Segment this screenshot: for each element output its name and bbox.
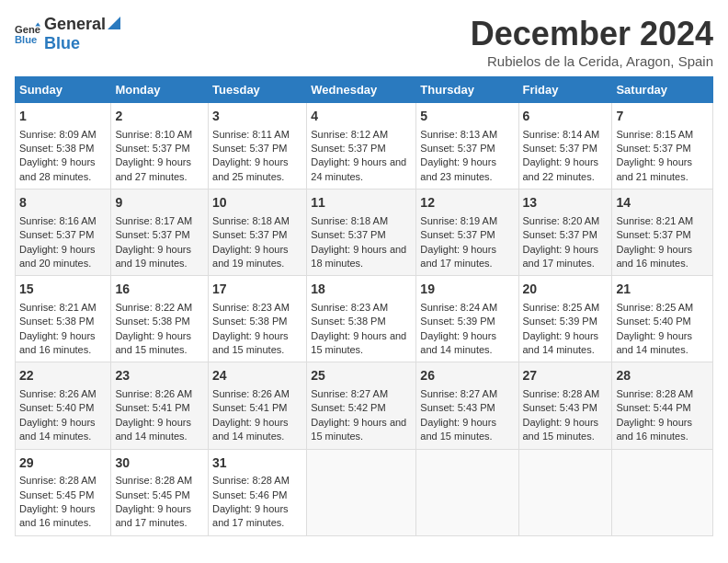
day-number: 22 (19, 367, 107, 385)
calendar-cell: 25 Sunrise: 8:27 AM Sunset: 5:42 PM Dayl… (307, 362, 416, 449)
sunset-text: Sunset: 5:37 PM (311, 229, 385, 240)
calendar-cell: 17 Sunrise: 8:23 AM Sunset: 5:38 PM Dayl… (209, 276, 307, 362)
day-number: 3 (212, 108, 302, 126)
sunrise-text: Sunrise: 8:18 AM (311, 215, 388, 226)
calendar-cell: 8 Sunrise: 8:16 AM Sunset: 5:37 PM Dayli… (16, 190, 111, 276)
logo-triangle-icon (108, 17, 120, 29)
daylight-text: Daylight: 9 hours and 16 minutes. (616, 417, 692, 442)
sunrise-text: Sunrise: 8:13 AM (420, 129, 497, 140)
header: General Blue General Blue December 2024 … (15, 15, 713, 69)
sunset-text: Sunset: 5:41 PM (212, 402, 287, 413)
daylight-text: Daylight: 9 hours and 21 minutes. (616, 156, 692, 181)
day-number: 11 (311, 194, 412, 213)
calendar-cell: 31 Sunrise: 8:28 AM Sunset: 5:46 PM Dayl… (209, 449, 307, 535)
day-number: 17 (212, 281, 302, 299)
day-number: 24 (212, 367, 302, 385)
daylight-text: Daylight: 9 hours and 15 minutes. (115, 330, 191, 355)
daylight-text: Daylight: 9 hours and 24 minutes. (311, 156, 406, 181)
sunset-text: Sunset: 5:37 PM (420, 229, 495, 240)
sunrise-text: Sunrise: 8:26 AM (19, 388, 97, 399)
daylight-text: Daylight: 9 hours and 19 minutes. (212, 244, 289, 269)
daylight-text: Daylight: 9 hours and 14 minutes. (616, 330, 692, 355)
calendar-cell: 7 Sunrise: 8:15 AM Sunset: 5:37 PM Dayli… (612, 103, 713, 190)
day-number: 26 (420, 367, 514, 385)
daylight-text: Daylight: 9 hours and 14 minutes. (212, 417, 289, 442)
calendar-cell: 15 Sunrise: 8:21 AM Sunset: 5:38 PM Dayl… (16, 276, 111, 362)
header-day: Wednesday (307, 77, 416, 103)
calendar-cell: 12 Sunrise: 8:19 AM Sunset: 5:37 PM Dayl… (416, 190, 518, 276)
sunset-text: Sunset: 5:38 PM (19, 316, 94, 327)
day-number: 31 (212, 454, 302, 473)
day-number: 28 (616, 367, 709, 385)
sunset-text: Sunset: 5:40 PM (616, 316, 690, 327)
sunset-text: Sunset: 5:39 PM (420, 316, 495, 327)
calendar-week-row: 1 Sunrise: 8:09 AM Sunset: 5:38 PM Dayli… (16, 103, 713, 190)
daylight-text: Daylight: 9 hours and 28 minutes. (19, 156, 96, 181)
calendar-cell: 16 Sunrise: 8:22 AM Sunset: 5:38 PM Dayl… (111, 276, 209, 362)
calendar-cell: 23 Sunrise: 8:26 AM Sunset: 5:41 PM Dayl… (111, 362, 209, 449)
daylight-text: Daylight: 9 hours and 14 minutes. (420, 330, 496, 355)
header-day: Friday (518, 77, 612, 103)
sunset-text: Sunset: 5:42 PM (311, 402, 385, 413)
calendar-cell: 1 Sunrise: 8:09 AM Sunset: 5:38 PM Dayli… (16, 103, 111, 190)
calendar-week-row: 29 Sunrise: 8:28 AM Sunset: 5:45 PM Dayl… (16, 449, 713, 535)
sunrise-text: Sunrise: 8:28 AM (115, 475, 192, 486)
header-day: Tuesday (209, 77, 307, 103)
daylight-text: Daylight: 9 hours and 15 minutes. (420, 417, 496, 442)
header-day: Sunday (16, 77, 111, 103)
sunrise-text: Sunrise: 8:22 AM (115, 302, 192, 313)
day-number: 27 (523, 367, 609, 385)
sunrise-text: Sunrise: 8:28 AM (19, 475, 97, 486)
calendar-cell: 13 Sunrise: 8:20 AM Sunset: 5:37 PM Dayl… (518, 190, 612, 276)
daylight-text: Daylight: 9 hours and 16 minutes. (616, 244, 692, 269)
calendar-cell: 22 Sunrise: 8:26 AM Sunset: 5:40 PM Dayl… (16, 362, 111, 449)
day-number: 8 (19, 194, 107, 213)
sunset-text: Sunset: 5:37 PM (19, 229, 94, 240)
daylight-text: Daylight: 9 hours and 15 minutes. (311, 330, 406, 355)
sunrise-text: Sunrise: 8:24 AM (420, 302, 497, 313)
logo-blue: Blue (44, 34, 80, 52)
calendar-week-row: 15 Sunrise: 8:21 AM Sunset: 5:38 PM Dayl… (16, 276, 713, 362)
calendar-week-row: 22 Sunrise: 8:26 AM Sunset: 5:40 PM Dayl… (16, 362, 713, 449)
daylight-text: Daylight: 9 hours and 19 minutes. (115, 244, 191, 269)
sunrise-text: Sunrise: 8:15 AM (616, 129, 693, 140)
daylight-text: Daylight: 9 hours and 22 minutes. (523, 156, 599, 181)
logo-icon: General Blue (15, 21, 40, 47)
daylight-text: Daylight: 9 hours and 17 minutes. (420, 244, 496, 269)
sunrise-text: Sunrise: 8:27 AM (420, 388, 497, 399)
calendar-cell: 19 Sunrise: 8:24 AM Sunset: 5:39 PM Dayl… (416, 276, 518, 362)
sunrise-text: Sunrise: 8:25 AM (523, 302, 600, 313)
day-number: 12 (420, 194, 514, 213)
sunset-text: Sunset: 5:45 PM (19, 489, 94, 500)
calendar-week-row: 8 Sunrise: 8:16 AM Sunset: 5:37 PM Dayli… (16, 190, 713, 276)
sunset-text: Sunset: 5:37 PM (616, 143, 690, 154)
sunset-text: Sunset: 5:37 PM (212, 143, 287, 154)
sunrise-text: Sunrise: 8:25 AM (616, 302, 693, 313)
sunrise-text: Sunrise: 8:20 AM (523, 215, 600, 226)
calendar-cell: 11 Sunrise: 8:18 AM Sunset: 5:37 PM Dayl… (307, 190, 416, 276)
day-number: 13 (523, 194, 609, 213)
sunrise-text: Sunrise: 8:16 AM (19, 215, 97, 226)
daylight-text: Daylight: 9 hours and 17 minutes. (115, 503, 191, 528)
header-day: Saturday (612, 77, 713, 103)
title-area: December 2024 Rubielos de la Cerida, Ara… (471, 15, 713, 69)
calendar-cell: 4 Sunrise: 8:12 AM Sunset: 5:37 PM Dayli… (307, 103, 416, 190)
sunset-text: Sunset: 5:37 PM (212, 229, 287, 240)
calendar-cell: 28 Sunrise: 8:28 AM Sunset: 5:44 PM Dayl… (612, 362, 713, 449)
daylight-text: Daylight: 9 hours and 16 minutes. (19, 503, 96, 528)
sunset-text: Sunset: 5:38 PM (19, 143, 94, 154)
calendar-cell: 18 Sunrise: 8:23 AM Sunset: 5:38 PM Dayl… (307, 276, 416, 362)
sunrise-text: Sunrise: 8:23 AM (212, 302, 290, 313)
sunset-text: Sunset: 5:43 PM (523, 402, 597, 413)
sunset-text: Sunset: 5:39 PM (523, 316, 597, 327)
calendar-cell (518, 449, 612, 535)
svg-marker-3 (108, 17, 120, 29)
calendar-cell: 20 Sunrise: 8:25 AM Sunset: 5:39 PM Dayl… (518, 276, 612, 362)
sunset-text: Sunset: 5:38 PM (115, 316, 189, 327)
day-number: 16 (115, 281, 204, 299)
sunset-text: Sunset: 5:43 PM (420, 402, 495, 413)
day-number: 2 (115, 108, 204, 126)
sunrise-text: Sunrise: 8:23 AM (311, 302, 388, 313)
day-number: 4 (311, 108, 412, 126)
daylight-text: Daylight: 9 hours and 15 minutes. (212, 330, 289, 355)
